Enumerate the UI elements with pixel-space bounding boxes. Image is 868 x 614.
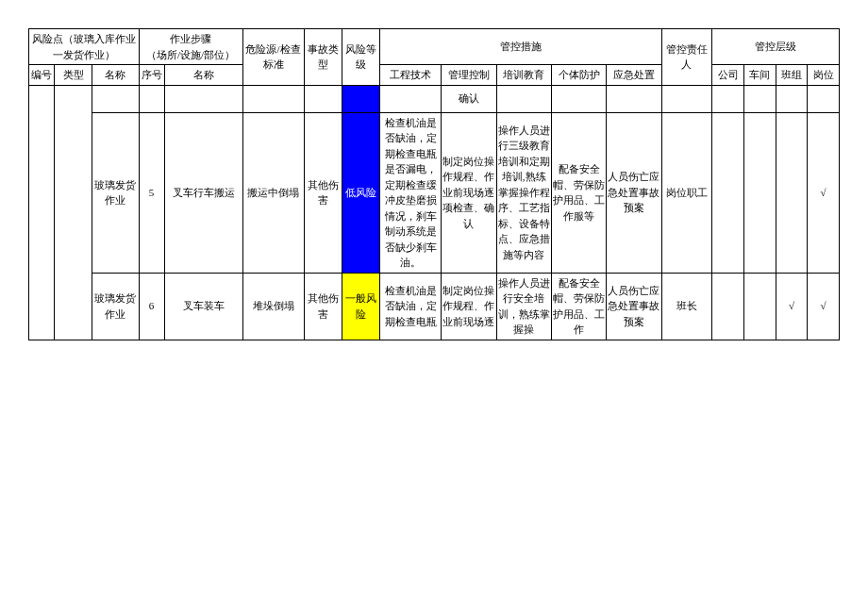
cell-ppe (551, 85, 606, 112)
table-row: 玻璃发货作业 5 叉车行车搬运 搬运中倒塌 其他伤害 低风险 检查机油是否缺油，… (29, 112, 840, 273)
hdr-ctrllevel: 管控层级 (712, 29, 840, 65)
hdr-responsible: 管控责任人 (661, 29, 712, 86)
cell-emergency (607, 85, 661, 112)
cell-company (712, 273, 744, 340)
cell-seq (139, 85, 164, 112)
hdr-seq: 序号 (139, 65, 164, 86)
cell-stepname: 叉车装车 (164, 273, 242, 340)
hdr-risklevel: 风险等级 (342, 29, 379, 86)
cell-workshop (743, 85, 776, 112)
cell-emergency: 人员伤亡应急处置事故预案 (607, 112, 661, 273)
cell-seq: 6 (139, 273, 164, 340)
cell-type (54, 85, 92, 340)
cell-engtech (380, 85, 442, 112)
header-row-2: 编号 类型 名称 序号 名称 工程技术 管理控制 培训教育 个体防护 应急处置 … (29, 65, 840, 86)
hdr-company: 公司 (712, 65, 744, 86)
cell-responsible: 岗位职工 (661, 112, 712, 273)
cell-emergency: 人员伤亡应急处置事故预案 (607, 273, 661, 340)
hdr-name: 名称 (92, 65, 139, 86)
hdr-engtech: 工程技术 (380, 65, 442, 86)
cell-risklevel: 低风险 (342, 112, 379, 273)
hdr-ppe: 个体防护 (551, 65, 606, 86)
cell-hazard: 搬运中倒塌 (242, 112, 304, 273)
cell-workshop (743, 273, 776, 340)
hdr-post: 岗位 (808, 65, 840, 86)
hdr-accident: 事故类型 (304, 29, 342, 86)
cell-company (712, 112, 744, 273)
hdr-workshop: 车间 (743, 65, 776, 86)
cell-mgmt: 制定岗位操作规程、作业前现场逐 (442, 273, 496, 340)
cell-training (496, 85, 551, 112)
hdr-type: 类型 (54, 65, 92, 86)
cell-training: 操作人员进行安全培训，熟练掌握操 (496, 273, 551, 340)
table-row: 玻璃发货作业 6 叉车装车 堆垛倒塌 其他伤害 一般风险 检查机油是否缺油，定期… (29, 273, 840, 340)
header-row-1: 风险点（玻璃入库作业一发货作业） 作业步骤 （场所/设施/部位） 危险源/检查标… (29, 29, 840, 65)
cell-stepname (164, 85, 242, 112)
cell-seq: 5 (139, 112, 164, 273)
table-row: 确认 (29, 85, 840, 112)
cell-company (712, 85, 744, 112)
hdr-riskpoint: 风险点（玻璃入库作业一发货作业） (29, 29, 140, 65)
cell-ppe: 配备安全帽、劳保防护用品、工作服等 (551, 112, 606, 273)
cell-mgmt: 制定岗位操作规程、作业前现场逐项检查、确认 (442, 112, 496, 273)
risk-table: 风险点（玻璃入库作业一发货作业） 作业步骤 （场所/设施/部位） 危险源/检查标… (28, 28, 840, 340)
cell-team (776, 112, 808, 273)
cell-risklevel (342, 85, 379, 112)
cell-name: 玻璃发货作业 (92, 112, 139, 273)
cell-risklevel: 一般风险 (342, 273, 379, 340)
cell-post (808, 85, 840, 112)
cell-name (92, 85, 139, 112)
cell-accident (304, 85, 342, 112)
cell-engtech: 检查机油是否缺油，定期检查电瓶是否漏电，定期检查缓冲皮垫磨损情况，刹车制动系统是… (380, 112, 442, 273)
cell-mgmt: 确认 (442, 85, 496, 112)
hdr-mgmt: 管理控制 (442, 65, 496, 86)
cell-name: 玻璃发货作业 (92, 273, 139, 340)
cell-no (29, 85, 55, 340)
hdr-training: 培训教育 (496, 65, 551, 86)
hdr-stepname: 名称 (164, 65, 242, 86)
cell-responsible: 班长 (661, 273, 712, 340)
hdr-no: 编号 (29, 65, 55, 86)
hdr-measures: 管控措施 (380, 29, 661, 65)
cell-post: √ (808, 273, 840, 340)
cell-responsible (661, 85, 712, 112)
cell-training: 操作人员进行三级教育培训和定期培训,熟练掌握操作程序、工艺指标、设备特点、应急措… (496, 112, 551, 273)
cell-ppe: 配备安全帽、劳保防护用品、工作 (551, 273, 606, 340)
cell-stepname: 叉车行车搬运 (164, 112, 242, 273)
hdr-emergency: 应急处置 (607, 65, 661, 86)
cell-team: √ (776, 273, 808, 340)
hdr-hazard: 危险源/检查标准 (242, 29, 304, 86)
cell-engtech: 检查机油是否缺油，定期检查电瓶 (380, 273, 442, 340)
hdr-workstep: 作业步骤 （场所/设施/部位） (139, 29, 242, 65)
cell-accident: 其他伤害 (304, 112, 342, 273)
cell-hazard: 堆垛倒塌 (242, 273, 304, 340)
cell-hazard (242, 85, 304, 112)
cell-post: √ (808, 112, 840, 273)
hdr-team: 班组 (776, 65, 808, 86)
cell-team (776, 85, 808, 112)
cell-workshop (743, 112, 776, 273)
cell-accident: 其他伤害 (304, 273, 342, 340)
